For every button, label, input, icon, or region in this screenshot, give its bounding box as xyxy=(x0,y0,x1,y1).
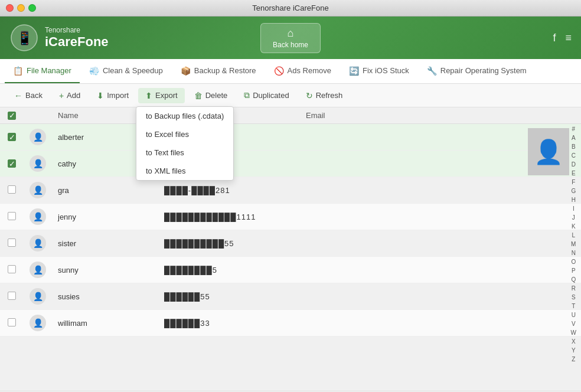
alpha-letter-A[interactable]: A xyxy=(571,134,576,142)
svg-text:📱: 📱 xyxy=(17,30,33,46)
window-controls[interactable] xyxy=(6,4,36,12)
alpha-letter-M[interactable]: M xyxy=(571,240,576,249)
alpha-letter-#[interactable]: # xyxy=(571,125,576,133)
table-row[interactable]: 👤 willimam ██████33 xyxy=(0,310,581,337)
row-checkbox[interactable] xyxy=(0,310,24,337)
alphabet-index[interactable]: #ABCDEFGHIJKLMNOPQRSTUVWXYZ xyxy=(571,125,576,364)
row-checkbox[interactable] xyxy=(0,283,24,310)
facebook-icon[interactable]: f xyxy=(553,32,556,44)
row-email xyxy=(300,177,581,204)
row-phone: ██████████55 xyxy=(158,230,300,257)
alpha-letter-K[interactable]: K xyxy=(571,223,576,231)
tab-file-manager[interactable]: 📋File Manager xyxy=(5,59,80,83)
tab-fix-ios-stuck[interactable]: 🔄Fix iOS Stuck xyxy=(341,59,417,83)
alpha-letter-Y[interactable]: Y xyxy=(571,347,576,355)
row-avatar: 👤 xyxy=(24,151,52,177)
import-button[interactable]: ⬇ Import xyxy=(90,88,136,103)
logo-area: 📱 Tenorshare iCareFone xyxy=(9,23,109,53)
tab-backup-restore[interactable]: 📦Backup & Restore xyxy=(172,59,265,83)
brand-name: Tenorshare xyxy=(45,26,109,34)
refresh-button[interactable]: ↻ Refresh xyxy=(299,88,350,103)
checkbox-5[interactable] xyxy=(8,239,16,247)
avatar-icon: 👤 xyxy=(30,208,46,225)
checkbox-2[interactable]: ✓ xyxy=(8,159,16,168)
export-option-xml-files[interactable]: to XML files xyxy=(136,162,233,180)
row-avatar: 👤 xyxy=(24,204,52,230)
row-phone: ████████5 xyxy=(158,257,300,283)
row-avatar: 👤 xyxy=(24,257,52,283)
table-row[interactable]: 👤 susies ██████55 xyxy=(0,283,581,310)
duplicate-icon: ⧉ xyxy=(244,90,250,100)
checkbox-4[interactable] xyxy=(8,212,16,220)
export-option-excel-files[interactable]: to Excel files xyxy=(136,125,233,143)
duplicated-button[interactable]: ⧉ Duplicated xyxy=(237,87,296,103)
export-label: Export xyxy=(155,91,178,100)
close-button[interactable] xyxy=(6,4,14,12)
alpha-letter-V[interactable]: V xyxy=(571,320,576,328)
tab-clean-speedup[interactable]: 💨Clean & Speedup xyxy=(81,59,171,83)
title-bar: Tenorshare iCareFone xyxy=(0,0,581,17)
checkbox-7[interactable] xyxy=(8,292,16,300)
alpha-letter-R[interactable]: R xyxy=(571,285,576,293)
menu-icon[interactable]: ≡ xyxy=(565,32,572,44)
header-right: f ≡ xyxy=(553,32,572,44)
row-phone: ██████55 xyxy=(158,283,300,310)
alpha-letter-X[interactable]: X xyxy=(571,338,576,346)
avatar-silhouette-icon: 👤 xyxy=(534,138,563,166)
alpha-letter-W[interactable]: W xyxy=(571,329,576,337)
export-option-text-files[interactable]: to Text files xyxy=(136,143,233,162)
delete-icon: 🗑 xyxy=(194,91,203,100)
tab-repair-os[interactable]: 🔧Repair Operating System xyxy=(419,59,535,83)
refresh-label: Refresh xyxy=(316,91,343,100)
avatar-icon: 👤 xyxy=(30,235,46,251)
checkbox-1[interactable]: ✓ xyxy=(8,133,16,141)
alpha-letter-D[interactable]: D xyxy=(571,161,576,169)
table-row[interactable]: ✓ 👤 cathy ████████222 xyxy=(0,151,581,177)
alpha-letter-P[interactable]: P xyxy=(571,267,576,275)
alpha-letter-T[interactable]: T xyxy=(571,302,576,311)
duplicated-label: Duplicated xyxy=(253,91,289,100)
row-name: gra xyxy=(52,177,158,204)
alpha-letter-G[interactable]: G xyxy=(571,187,576,195)
alpha-letter-H[interactable]: H xyxy=(571,196,576,204)
alpha-letter-U[interactable]: U xyxy=(571,311,576,319)
table-row[interactable]: 👤 jenny ████████████1111 xyxy=(0,204,581,230)
alpha-letter-B[interactable]: B xyxy=(571,143,576,151)
alpha-letter-Z[interactable]: Z xyxy=(571,355,576,364)
row-checkbox[interactable]: ✓ xyxy=(0,151,24,177)
export-option-backup-files[interactable]: to Backup files (.cdata) xyxy=(136,107,233,125)
row-checkbox[interactable]: ✓ xyxy=(0,124,24,151)
delete-button[interactable]: 🗑 Delete xyxy=(187,88,235,103)
row-checkbox[interactable] xyxy=(0,177,24,204)
tab-ads-remove[interactable]: 🚫Ads Remove xyxy=(266,59,340,83)
alpha-letter-F[interactable]: F xyxy=(571,178,576,187)
table-row[interactable]: 👤 gra ████-████281 xyxy=(0,177,581,204)
table-row[interactable]: 👤 sister ██████████55 xyxy=(0,230,581,257)
maximize-button[interactable] xyxy=(28,4,36,12)
row-avatar: 👤 xyxy=(24,177,52,204)
alpha-letter-C[interactable]: C xyxy=(571,152,576,160)
row-checkbox[interactable] xyxy=(0,257,24,283)
export-button[interactable]: ⬆ Export xyxy=(138,88,185,103)
back-button[interactable]: ← Back xyxy=(7,88,50,103)
row-checkbox[interactable] xyxy=(0,204,24,230)
add-button[interactable]: + Add xyxy=(52,88,87,103)
alpha-letter-L[interactable]: L xyxy=(571,231,576,240)
alpha-letter-O[interactable]: O xyxy=(571,258,576,266)
checkbox-8[interactable] xyxy=(8,318,16,326)
checkbox-3[interactable] xyxy=(8,185,16,194)
alpha-letter-S[interactable]: S xyxy=(571,293,576,302)
alpha-letter-E[interactable]: E xyxy=(571,169,576,178)
checkbox-6[interactable] xyxy=(8,265,16,273)
alpha-letter-Q[interactable]: Q xyxy=(571,276,576,284)
select-all-checkbox[interactable]: ✓ xyxy=(8,112,16,120)
row-checkbox[interactable] xyxy=(0,230,24,257)
alpha-letter-N[interactable]: N xyxy=(571,249,576,257)
table-row[interactable]: ✓ 👤 alberter ██████████ xyxy=(0,124,581,151)
back-home-button[interactable]: ⌂ Back home xyxy=(260,23,321,53)
row-phone: ████████████1111 xyxy=(158,204,300,230)
alpha-letter-I[interactable]: I xyxy=(571,205,576,213)
minimize-button[interactable] xyxy=(17,4,25,12)
table-row[interactable]: 👤 sunny ████████5 xyxy=(0,257,581,283)
alpha-letter-J[interactable]: J xyxy=(571,214,576,222)
